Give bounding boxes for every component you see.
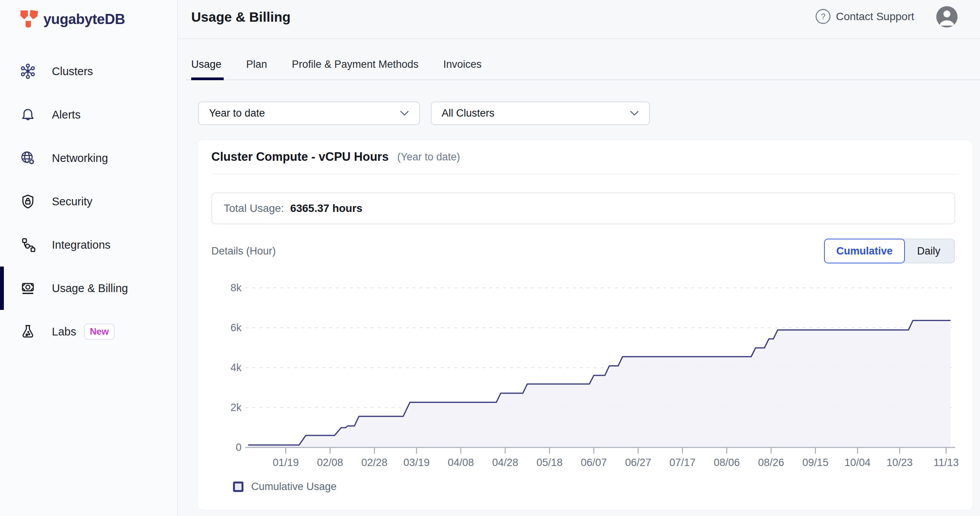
- bell-icon: [20, 107, 36, 122]
- usage-card-subtitle: (Year to date): [397, 151, 460, 163]
- svg-text:06/27: 06/27: [625, 457, 651, 468]
- sidebar: yugabyteDB Clusters Alerts: [0, 0, 178, 516]
- cumulative-button[interactable]: Cumulative: [824, 239, 905, 263]
- svg-text:0: 0: [236, 442, 242, 453]
- svg-text:09/15: 09/15: [802, 457, 829, 468]
- svg-text:?: ?: [821, 12, 825, 21]
- integrations-icon: [20, 237, 36, 253]
- globe-gear-icon: [20, 150, 36, 166]
- brand-logo[interactable]: yugabyteDB: [20, 10, 125, 29]
- tab-plan[interactable]: Plan: [246, 58, 267, 71]
- svg-text:11/13: 11/13: [934, 457, 959, 468]
- sidebar-item-labs[interactable]: Labs New: [0, 310, 177, 353]
- person-icon: [936, 6, 958, 28]
- flask-icon: [20, 324, 36, 339]
- svg-text:08/26: 08/26: [758, 457, 784, 468]
- svg-text:01/19: 01/19: [273, 457, 299, 468]
- daily-button[interactable]: Daily: [903, 239, 955, 263]
- active-tab-indicator: [191, 77, 224, 80]
- yugabyte-logo-icon: [20, 10, 38, 29]
- sidebar-item-label: Usage & Billing: [52, 282, 128, 295]
- svg-text:02/08: 02/08: [317, 457, 343, 468]
- sidebar-item-clusters[interactable]: Clusters: [0, 50, 177, 93]
- sidebar-item-label: Labs: [52, 325, 76, 338]
- sidebar-item-label: Networking: [52, 152, 108, 165]
- svg-text:4k: 4k: [230, 362, 242, 373]
- legend-label: Cumulative Usage: [251, 481, 337, 493]
- legend-checkbox[interactable]: [233, 482, 243, 492]
- tab-usage[interactable]: Usage: [191, 58, 221, 71]
- details-label: Details (Hour): [211, 239, 276, 263]
- user-avatar[interactable]: [936, 6, 958, 28]
- svg-text:04/08: 04/08: [448, 457, 474, 468]
- sidebar-item-security[interactable]: Security: [0, 180, 177, 223]
- svg-text:8k: 8k: [230, 282, 242, 294]
- time-range-value: Year to date: [209, 107, 265, 119]
- new-badge: New: [84, 323, 115, 340]
- shield-lock-icon: [20, 194, 36, 209]
- sidebar-item-networking[interactable]: Networking: [0, 136, 177, 180]
- contact-support-button[interactable]: ? Contact Support: [815, 9, 914, 24]
- sidebar-item-label: Alerts: [52, 108, 81, 121]
- usage-chart: 02k4k6k8k01/1902/0802/2803/1904/0804/280…: [211, 272, 960, 471]
- cluster-select[interactable]: All Clusters: [431, 101, 650, 125]
- chart-legend: Cumulative Usage: [233, 481, 337, 493]
- brand-name: yugabyteDB: [43, 11, 125, 28]
- sidebar-item-label: Integrations: [52, 239, 111, 251]
- svg-text:07/17: 07/17: [669, 457, 696, 468]
- money-bill-icon: [20, 280, 36, 296]
- tab-profile-payment[interactable]: Profile & Payment Methods: [292, 58, 418, 71]
- svg-text:02/28: 02/28: [362, 457, 388, 468]
- total-usage-value: 6365.37 hours: [290, 202, 363, 215]
- sidebar-item-label: Clusters: [52, 65, 93, 78]
- card-divider: [211, 174, 959, 174]
- chevron-down-icon: [630, 110, 639, 116]
- usage-card-header: Cluster Compute - vCPU Hours (Year to da…: [211, 150, 460, 164]
- clusters-icon: [20, 64, 36, 79]
- tab-invoices[interactable]: Invoices: [443, 58, 481, 71]
- svg-text:08/06: 08/06: [714, 457, 740, 468]
- header-divider: [178, 38, 980, 39]
- total-usage-label: Total Usage:: [224, 202, 284, 215]
- svg-text:10/04: 10/04: [845, 457, 871, 468]
- billing-tabs: Usage Plan Profile & Payment Methods Inv…: [186, 50, 980, 80]
- time-range-select[interactable]: Year to date: [198, 101, 420, 125]
- svg-text:06/07: 06/07: [581, 457, 607, 468]
- chevron-down-icon: [400, 110, 409, 116]
- svg-text:6k: 6k: [230, 322, 242, 334]
- svg-text:05/18: 05/18: [536, 457, 563, 468]
- svg-text:03/19: 03/19: [403, 457, 430, 468]
- total-usage-box: Total Usage: 6365.37 hours: [211, 193, 955, 224]
- svg-text:04/28: 04/28: [492, 457, 518, 468]
- sidebar-item-usage-billing[interactable]: Usage & Billing: [0, 267, 177, 310]
- svg-text:10/23: 10/23: [887, 457, 913, 468]
- sidebar-item-alerts[interactable]: Alerts: [0, 93, 177, 136]
- svg-text:2k: 2k: [230, 402, 242, 413]
- help-icon: ?: [815, 9, 831, 24]
- usage-card: Cluster Compute - vCPU Hours (Year to da…: [197, 139, 973, 511]
- sidebar-item-label: Security: [52, 195, 93, 208]
- sidebar-item-integrations[interactable]: Integrations: [0, 223, 177, 267]
- cluster-value: All Clusters: [442, 107, 495, 119]
- view-mode-toggle: Cumulative Daily: [824, 239, 955, 263]
- page-title: Usage & Billing: [191, 9, 291, 25]
- usage-card-title: Cluster Compute - vCPU Hours: [211, 150, 389, 164]
- contact-support-label: Contact Support: [836, 10, 914, 23]
